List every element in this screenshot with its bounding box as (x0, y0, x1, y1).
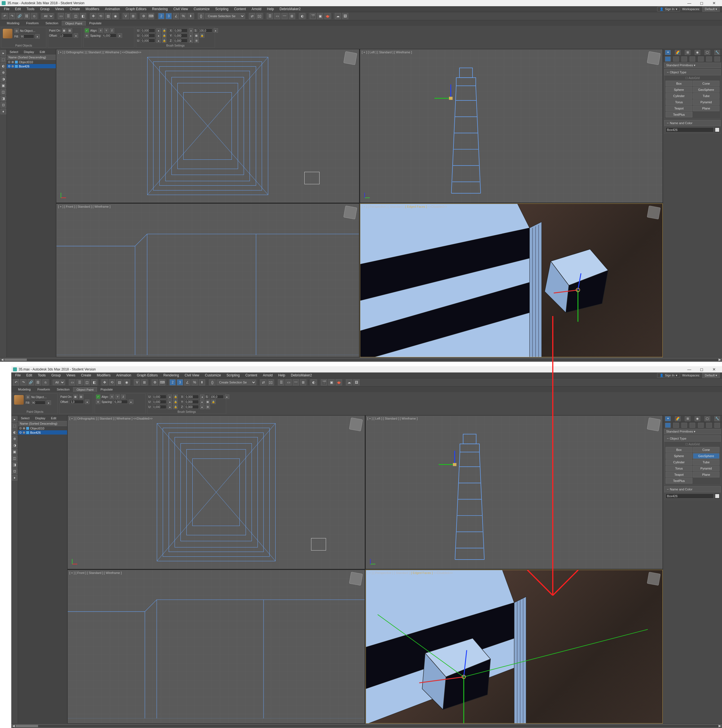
scene-tab-select[interactable]: Select (18, 416, 32, 421)
schematic-view-button[interactable]: ⊞ (289, 13, 295, 19)
render-button[interactable]: 🫖 (336, 379, 342, 385)
autogrid-check[interactable]: ☐ AutoGrid (666, 76, 719, 80)
keyboard-shortcut-button[interactable]: ⌨ (148, 13, 154, 19)
viewcube-icon[interactable] (349, 418, 363, 431)
hierarchy-tab[interactable]: ⊞ (685, 416, 690, 421)
snap-2d-button[interactable]: 2 (158, 13, 165, 19)
layers-button[interactable]: ☰ (267, 13, 273, 19)
obj-torus[interactable]: Torus (666, 466, 692, 471)
viewport-left[interactable]: [ + ] [ Left ] [ Standard ] [ Wireframe … (365, 415, 663, 569)
painton-btn2[interactable]: ▧ (68, 28, 72, 33)
alignx-btn[interactable]: X (110, 395, 114, 399)
menu-create[interactable]: Create (67, 6, 82, 12)
obj-cylinder[interactable]: Cylinder (666, 93, 692, 99)
helpers-cat[interactable] (698, 423, 704, 428)
spinner-snap-button[interactable]: ⬍ (188, 13, 194, 19)
utilities-tab[interactable]: 🔧 (714, 50, 720, 55)
menu-civilview[interactable]: Civil View (182, 373, 202, 378)
fill-spinner[interactable]: ▴ (47, 401, 51, 405)
menu-customize[interactable]: Customize (202, 373, 224, 378)
menu-animation[interactable]: Animation (102, 6, 123, 12)
menu-edit[interactable]: Edit (12, 6, 24, 12)
angle-snap-button[interactable]: ∠ (173, 13, 179, 19)
undo-button[interactable]: ↶ (13, 379, 19, 385)
object-name-input[interactable] (666, 127, 714, 132)
undo-button[interactable]: ↶ (2, 13, 8, 19)
select-region-button[interactable]: ◫ (72, 13, 79, 19)
obj-plane[interactable]: Plane (693, 472, 720, 477)
vp-label-front[interactable]: [ + ] [ Front ] [ Standard ] [ Wireframe… (69, 571, 122, 575)
menu-grapheditors[interactable]: Graph Editors (123, 6, 149, 12)
redo-button[interactable]: ↷ (9, 13, 15, 19)
create-tab[interactable]: ✦ (665, 50, 671, 55)
obj-pyramid[interactable]: Pyramid (693, 99, 720, 105)
select-name-button[interactable]: ☰ (65, 13, 71, 19)
modify-tab[interactable]: 🌈 (675, 50, 681, 55)
minimize-button[interactable]: — (683, 0, 696, 6)
name-color-header[interactable]: Name and Color (664, 486, 721, 492)
scene-item-box426[interactable]: ⊙ Box426 (18, 430, 67, 434)
ltool-4[interactable]: ⊕ (0, 70, 6, 75)
ltool-5[interactable]: ◑ (12, 442, 17, 448)
render-frame-button[interactable]: ▣ (328, 379, 334, 385)
angle-snap-button[interactable]: ∠ (184, 379, 190, 385)
ltool-6[interactable]: ▣ (0, 83, 6, 88)
select-manipulate-button[interactable]: ⚙ (140, 13, 147, 19)
selection-set-dropdown[interactable]: Create Selection Se (217, 379, 256, 385)
align-check[interactable]: ✓ (85, 28, 89, 33)
object-name-input[interactable] (666, 494, 714, 499)
ltool-8[interactable]: ◨ (12, 462, 17, 468)
menu-rendering[interactable]: Rendering (160, 373, 182, 378)
unlink-button[interactable]: ⛓ (35, 379, 41, 385)
filter-dropdown[interactable]: All (53, 379, 65, 385)
render-gallery-button[interactable]: 🖼 (353, 379, 360, 385)
menu-help[interactable]: Help (276, 373, 288, 378)
obj-teapot[interactable]: Teapot (666, 472, 692, 477)
move-button[interactable]: ✥ (90, 13, 96, 19)
pivot-button[interactable]: ⊞ (130, 13, 136, 19)
ltool-6[interactable]: ▣ (12, 449, 17, 454)
menu-group[interactable]: Group (49, 373, 63, 378)
align-button[interactable]: ▯▯ (256, 13, 263, 19)
motion-tab[interactable]: ◉ (695, 50, 700, 55)
obj-cone[interactable]: Cone (693, 447, 720, 453)
obj-box[interactable]: Box (666, 447, 692, 453)
alignz-btn[interactable]: Z (121, 395, 125, 399)
ribbon-tab-objectpaint[interactable]: Object Paint (73, 387, 97, 392)
render-frame-button[interactable]: ▣ (317, 13, 323, 19)
viewcube-icon[interactable] (647, 51, 661, 65)
offset-input[interactable] (70, 400, 84, 404)
scene-tab-display[interactable]: Display (21, 50, 37, 54)
ltool-1[interactable]: ▸ (12, 416, 17, 422)
brush-icon[interactable] (3, 29, 12, 38)
ltool-3[interactable]: ◐ (12, 430, 17, 435)
curve-editor-button[interactable]: 〰 (281, 13, 288, 19)
obj-plane[interactable]: Plane (693, 106, 720, 111)
offset-spinner[interactable]: ▴ (73, 33, 78, 38)
obj-textplus[interactable]: TextPlus (666, 112, 692, 118)
spacing-spinner[interactable]: ▴ (129, 399, 133, 404)
render-button[interactable]: 🫖 (324, 13, 331, 19)
maximize-button[interactable]: ◻ (696, 0, 708, 6)
scatter-btn[interactable]: ※ (85, 33, 89, 38)
timeline-scrollbar[interactable]: ◀▶ (11, 723, 722, 728)
pick-object-button[interactable]: ◎ (26, 395, 30, 399)
viewport-perspective[interactable]: [ + ] [ Perspective ] [ Standard ] [ Edg… (365, 570, 663, 723)
signin-button[interactable]: 👤 Sign In ▾ (657, 7, 680, 12)
helpers-cat[interactable] (698, 57, 704, 61)
scene-tab-display[interactable]: Display (32, 416, 48, 421)
menu-tools[interactable]: Tools (24, 6, 37, 12)
u3-input[interactable] (141, 39, 155, 43)
display-tab[interactable]: 🖵 (705, 50, 710, 55)
display-tab[interactable]: 🖵 (705, 416, 710, 421)
fill-input[interactable] (31, 401, 46, 405)
ltool-5[interactable]: ◑ (0, 76, 6, 82)
object-type-header[interactable]: Object Type (664, 69, 721, 75)
ltool-4[interactable]: ⊕ (12, 436, 17, 442)
snap-3d-button[interactable]: 3 (166, 13, 172, 19)
u2-input[interactable] (141, 34, 155, 38)
pivot-button[interactable]: ⊞ (141, 379, 148, 385)
scene-tab-edit[interactable]: Edit (37, 50, 48, 54)
pick-object-button[interactable]: ◎ (14, 29, 19, 33)
scene-item-object010[interactable]: ⊙ Object010 (7, 60, 56, 64)
